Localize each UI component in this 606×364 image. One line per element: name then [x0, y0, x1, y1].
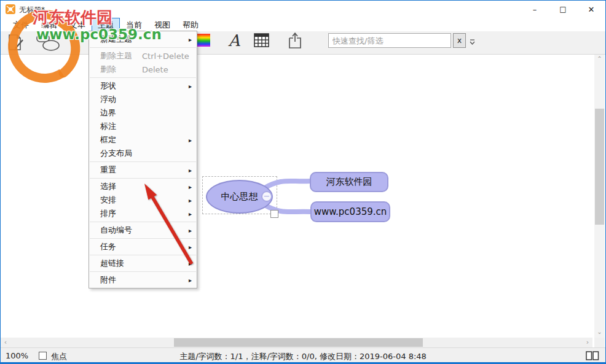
menubar-item[interactable]: 文本	[63, 18, 92, 31]
context-menu-item[interactable]: 排序 ▸	[89, 207, 197, 220]
document-stats-text: 主题/字词数：1/1，注释/字词数：0/0, 修改日期：2019-06-04 8…	[1, 351, 605, 362]
title-bar: 无标题* – □ ✕	[1, 1, 605, 18]
submenu-arrow-icon: ▸	[189, 197, 192, 204]
menubar-item[interactable]: 文件	[7, 18, 35, 31]
context-menu-item[interactable]: 形状 ▸	[89, 79, 197, 93]
menubar-item[interactable]: 编辑	[35, 18, 63, 31]
submenu-arrow-icon: ▸	[189, 277, 192, 284]
topic-shape-icon[interactable]	[35, 33, 61, 52]
submenu-arrow-icon: ▸	[189, 184, 192, 190]
menu-separator	[90, 77, 196, 78]
menu-separator	[90, 271, 196, 272]
context-menu-item[interactable]: 自动编号 ▸	[89, 223, 197, 237]
menubar-item[interactable]: 帮助	[176, 18, 205, 31]
scroll-right-arrow-icon[interactable]: ›	[583, 338, 592, 347]
app-window: 无标题* – □ ✕ 文件 编辑 文本 主题 当前	[0, 0, 606, 364]
search-input[interactable]	[328, 33, 451, 48]
context-menu-item[interactable]: 分支布局 ▸	[89, 147, 197, 160]
vertical-scroll-thumb[interactable]	[595, 109, 604, 225]
submenu-arrow-icon: ▸	[189, 260, 192, 267]
menu-separator	[90, 47, 196, 48]
context-menu-item[interactable]: 附件 ▸	[89, 273, 197, 287]
menubar-item[interactable]: 当前	[120, 18, 148, 31]
submenu-arrow-icon: ▸	[189, 137, 192, 144]
submenu-arrow-icon: ▸	[189, 167, 192, 174]
context-menu-item[interactable]: 安排 ▸	[89, 193, 197, 207]
submenu-arrow-icon: ▸	[189, 227, 192, 234]
menu-separator	[90, 255, 196, 255]
vertical-scrollbar[interactable]: ⌃ ⌄	[594, 55, 605, 338]
context-menu-item[interactable]: 边界 ▸	[89, 106, 197, 120]
context-menu-item[interactable]: 框定 ▸	[89, 133, 197, 147]
minimize-button[interactable]: –	[521, 1, 549, 18]
submenu-arrow-icon: ▸	[189, 83, 192, 90]
menubar-item[interactable]: 视图	[148, 18, 176, 31]
scroll-up-arrow-icon[interactable]: ⌃	[594, 55, 605, 64]
font-style-icon[interactable]: A	[226, 31, 243, 50]
scroll-down-arrow-icon[interactable]: ⌄	[594, 328, 605, 338]
context-menu-item[interactable]: 删除主题 Ctrl+Delete ▸	[89, 49, 197, 63]
menu-separator	[90, 222, 196, 222]
toolbar-overflow-icon[interactable]	[469, 39, 476, 45]
context-menu-item[interactable]: 超链接 ▸	[89, 257, 197, 270]
context-menu-item[interactable]: 选择 ▸	[89, 180, 197, 193]
resize-handle[interactable]	[270, 210, 278, 218]
menu-separator	[90, 238, 196, 239]
submenu-arrow-icon: ▸	[189, 244, 192, 250]
window-title: 无标题*	[19, 5, 45, 15]
menubar-item[interactable]: 主题	[92, 18, 120, 31]
close-button[interactable]: ✕	[577, 1, 605, 18]
scrollbar-corner	[594, 338, 605, 347]
status-bar: 100% 焦点 主题/字词数：1/1，注释/字词数：0/0, 修改日期：2019…	[1, 347, 605, 363]
topic-context-menu: 新建主题 ▸ 删除主题 Ctrl+Delete ▸ 删除 Delete ▸ 形状…	[89, 31, 197, 288]
new-document-edit-icon[interactable]	[7, 33, 26, 52]
context-menu-item[interactable]: 新建主题 ▸	[89, 33, 197, 46]
color-palette-icon[interactable]	[196, 34, 210, 47]
pages-layout-icon[interactable]	[586, 351, 599, 360]
submenu-arrow-icon: ▸	[189, 211, 192, 217]
context-menu-item[interactable]: 重置 ▸	[89, 163, 197, 177]
search-clear-button[interactable]: x	[453, 33, 466, 48]
submenu-arrow-icon: ▸	[189, 36, 192, 43]
context-menu-item[interactable]: 删除 Delete ▸	[89, 63, 197, 76]
context-menu-item[interactable]: 标注 ▸	[89, 120, 197, 133]
table-icon[interactable]	[254, 33, 269, 47]
app-icon	[6, 4, 15, 14]
collapse-branch-button[interactable]: −	[261, 191, 272, 202]
horizontal-scrollbar[interactable]: ‹ ›	[1, 338, 592, 347]
menu-separator	[90, 161, 196, 162]
horizontal-scroll-thumb[interactable]	[174, 338, 423, 347]
subtopic-node[interactable]: www.pc0359.cn	[310, 201, 390, 222]
context-menu-item[interactable]: 浮动 ▸	[89, 93, 197, 106]
menu-bar: 文件 编辑 文本 主题 当前 视图 帮助	[1, 18, 605, 31]
subtopic-node[interactable]: 河东软件园	[310, 172, 388, 192]
menu-separator	[90, 178, 196, 179]
scroll-left-arrow-icon[interactable]: ‹	[1, 338, 10, 347]
maximize-button[interactable]: □	[549, 1, 577, 18]
share-export-icon[interactable]	[287, 32, 303, 49]
context-menu-item[interactable]: 任务 ▸	[89, 240, 197, 254]
